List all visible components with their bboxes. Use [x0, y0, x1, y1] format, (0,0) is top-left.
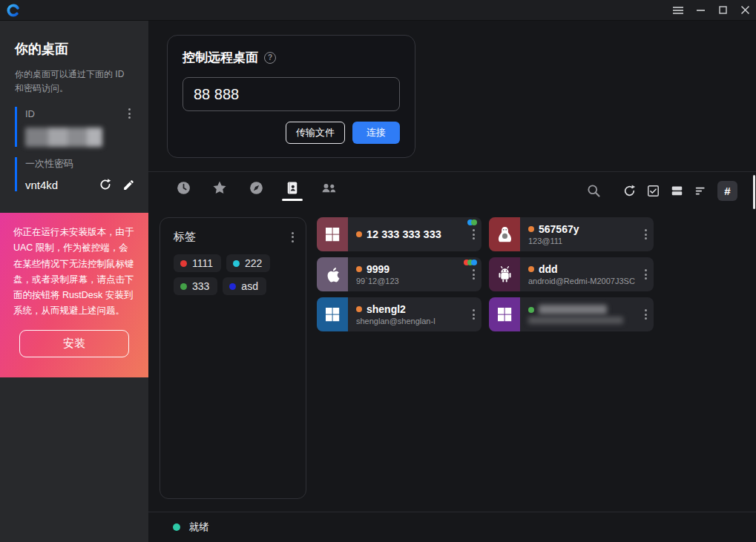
android-logo-icon [489, 257, 520, 291]
tags-panel: 标签 1111 222 333 asd [160, 217, 306, 499]
grid-view-icon[interactable]: # [717, 181, 737, 201]
connection-status-text: 就绪 [189, 520, 209, 534]
peer-card[interactable]: ddd android@Redmi-M2007J3SC [489, 257, 654, 291]
windows-logo-icon [317, 217, 348, 251]
star-icon [211, 180, 228, 196]
sidebar-description: 你的桌面可以通过下面的 ID 和密码访问。 [15, 67, 135, 95]
clock-icon [176, 180, 191, 196]
edit-password-icon[interactable] [122, 179, 135, 191]
peer-card[interactable]: 12 333 333 333 [317, 217, 481, 251]
card-view-icon[interactable] [670, 184, 684, 198]
tag-chip[interactable]: 333 [174, 277, 217, 295]
online-status-dot [528, 226, 534, 232]
peer-name: shengl2 [367, 303, 406, 315]
peer-menu-icon[interactable] [471, 228, 476, 241]
tag-label: 333 [192, 280, 209, 292]
id-value-censored [25, 128, 102, 147]
online-status-dot [528, 307, 534, 313]
peer-name: ddd [539, 263, 558, 275]
online-status-dot [356, 266, 362, 272]
connection-status-dot [173, 523, 180, 531]
online-status-dot [528, 266, 534, 272]
remote-id-input[interactable] [183, 77, 400, 111]
tab-recent-sessions[interactable] [173, 180, 194, 201]
peer-menu-icon[interactable] [643, 228, 648, 241]
sidebar-title: 你的桌面 [15, 40, 135, 58]
peer-card[interactable]: 567567y 123@111 [489, 217, 654, 251]
tag-dot [180, 283, 187, 290]
peer-card[interactable]: 9999 99`12@123 [317, 257, 481, 291]
peer-tabbar: # [148, 172, 756, 209]
compass-icon [249, 180, 264, 196]
online-status-dot [356, 231, 362, 237]
linux-logo-icon [489, 217, 520, 251]
connect-title: 控制远程桌面 [183, 49, 258, 66]
peer-menu-icon[interactable] [471, 268, 476, 281]
tab-group[interactable] [318, 180, 339, 201]
refresh-peers-icon[interactable] [622, 184, 637, 198]
scrollbar-thumb[interactable] [753, 175, 755, 209]
otp-label: 一次性密码 [25, 157, 135, 171]
statusbar: 就绪 [148, 512, 756, 542]
titlebar [0, 0, 756, 21]
id-block: ID [15, 107, 135, 147]
password-block: 一次性密码 vnt4kd [15, 157, 135, 191]
tag-chip[interactable]: 222 [226, 254, 270, 272]
maximize-button[interactable] [711, 0, 734, 21]
peer-card[interactable] [489, 297, 654, 331]
peer-name: 9999 [367, 263, 389, 275]
tag-chip[interactable]: 1111 [174, 254, 221, 272]
tab-discovered[interactable] [246, 180, 266, 201]
connect-button[interactable]: 连接 [352, 122, 400, 144]
session-indicators [470, 219, 477, 225]
id-menu-icon[interactable] [127, 107, 132, 120]
tag-label: asd [241, 280, 258, 292]
tags-menu-icon[interactable] [290, 231, 295, 244]
session-indicators [466, 260, 477, 265]
id-label: ID [25, 108, 35, 119]
transfer-file-button[interactable]: 传输文件 [286, 122, 345, 144]
install-warning-panel: 你正在运行未安装版本，由于 UAC 限制，作为被控端，会在某些情况下无法控制鼠标… [0, 213, 148, 377]
select-peers-icon[interactable] [646, 184, 660, 198]
peer-card[interactable]: shengl2 shenglan@shenglan-l [317, 297, 481, 331]
tag-dot [233, 260, 240, 267]
tab-address-book[interactable] [282, 180, 303, 201]
address-book-icon [285, 180, 300, 196]
peer-menu-icon[interactable] [471, 308, 476, 321]
tag-chip[interactable]: asd [223, 277, 266, 295]
connect-card: 控制远程桌面 ? 传输文件 连接 [167, 35, 415, 158]
windows-logo-icon [489, 297, 520, 331]
peer-grid: 12 333 333 333 567567y [317, 217, 654, 331]
main-panel: 控制远程桌面 ? 传输文件 连接 [148, 21, 756, 542]
connect-zone: 控制远程桌面 ? 传输文件 连接 [148, 21, 756, 172]
peer-username: 99`12@123 [356, 277, 481, 285]
hamburger-menu-icon[interactable] [667, 0, 689, 21]
online-status-dot [356, 306, 362, 312]
otp-value: vnt4kd [25, 179, 58, 191]
tag-label: 222 [245, 257, 262, 269]
peer-menu-icon[interactable] [643, 268, 648, 281]
group-icon [320, 180, 338, 196]
rustdesk-logo-icon [6, 3, 21, 18]
warning-text: 你正在运行未安装版本，由于 UAC 限制，作为被控端，会在某些情况下无法控制鼠标… [13, 225, 135, 320]
search-icon[interactable] [586, 183, 601, 198]
tag-dot [180, 260, 187, 267]
minimize-button[interactable] [689, 0, 711, 21]
peer-username: android@Redmi-M2007J3SC [528, 277, 654, 285]
help-icon[interactable]: ? [264, 52, 276, 64]
sort-list-icon[interactable] [694, 184, 708, 198]
sidebar: 你的桌面 你的桌面可以通过下面的 ID 和密码访问。 ID 一次性密码 vnt4… [0, 21, 148, 542]
close-button[interactable] [734, 0, 756, 21]
tab-favorites[interactable] [209, 180, 230, 201]
peer-username: 123@111 [528, 237, 654, 245]
peer-name: 12 333 333 333 [367, 228, 441, 240]
install-button[interactable]: 安装 [19, 330, 129, 357]
peer-username-censored [528, 317, 623, 324]
tag-label: 1111 [192, 257, 213, 269]
peer-name: 567567y [539, 223, 579, 235]
peer-menu-icon[interactable] [643, 308, 648, 321]
peer-username: shenglan@shenglan-l [356, 317, 481, 325]
refresh-password-icon[interactable] [99, 178, 112, 191]
peers-content: 标签 1111 222 333 asd [148, 209, 756, 512]
apple-logo-icon [317, 257, 348, 291]
